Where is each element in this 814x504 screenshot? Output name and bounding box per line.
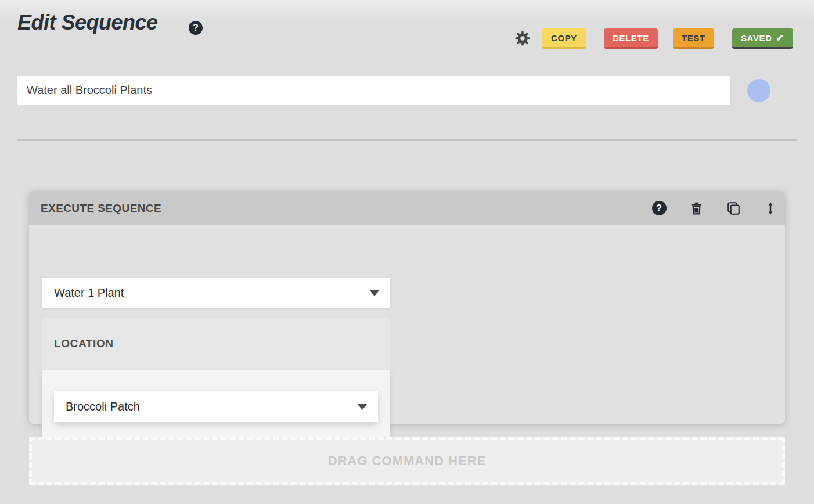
test-button[interactable]: TEST (673, 28, 714, 49)
sequence-name-input[interactable] (17, 76, 730, 105)
chevron-down-icon (369, 290, 380, 296)
location-body: Broccoli Patch (42, 370, 390, 448)
copy-icon (726, 201, 741, 216)
page-help-icon[interactable]: ? (189, 21, 203, 35)
drag-command-drop-zone[interactable]: DRAG COMMAND HERE (29, 437, 785, 485)
step-body: Water 1 Plant LOCATION Broccoli Patch (29, 225, 785, 424)
test-button-label: TEST (682, 33, 705, 43)
check-icon: ✔ (776, 33, 784, 44)
divider (17, 139, 797, 141)
sequence-select-value: Water 1 Plant (54, 286, 124, 300)
step-title: EXECUTE SEQUENCE (41, 202, 161, 215)
location-block: LOCATION Broccoli Patch (42, 318, 390, 448)
step-header[interactable]: EXECUTE SEQUENCE ? (29, 191, 785, 225)
drop-zone-label: DRAG COMMAND HERE (328, 453, 486, 469)
delete-button-label: DELETE (613, 33, 649, 43)
save-status-label: SAVED (741, 33, 772, 43)
delete-button[interactable]: DELETE (604, 28, 658, 49)
location-select-dropdown[interactable]: Broccoli Patch (54, 391, 378, 422)
step-move-button[interactable] (763, 201, 778, 216)
page-title: Edit Sequence (17, 10, 158, 35)
sequence-color-picker[interactable] (747, 79, 770, 102)
move-vertical-icon (763, 201, 777, 215)
step-execute-sequence: EXECUTE SEQUENCE ? (29, 191, 785, 424)
save-status-button[interactable]: SAVED ✔ (732, 28, 793, 49)
trash-icon (689, 201, 704, 215)
edit-sequence-panel: Edit Sequence ? COPY DELETE TEST SAVED ✔ (0, 0, 814, 504)
step-delete-button[interactable] (689, 201, 704, 216)
location-label: LOCATION (54, 337, 114, 350)
settings-button[interactable] (513, 29, 532, 48)
location-header: LOCATION (42, 318, 390, 370)
step-copy-button[interactable] (726, 201, 741, 216)
sequence-select-dropdown[interactable]: Water 1 Plant (42, 278, 390, 308)
gear-icon (514, 30, 531, 47)
help-icon: ? (652, 201, 667, 215)
copy-button-label: COPY (551, 33, 577, 43)
chevron-down-icon (357, 404, 368, 410)
step-help-button[interactable]: ? (651, 201, 667, 216)
step-header-actions: ? (651, 201, 778, 216)
copy-button[interactable]: COPY (542, 28, 586, 49)
location-select-value: Broccoli Patch (66, 400, 140, 413)
